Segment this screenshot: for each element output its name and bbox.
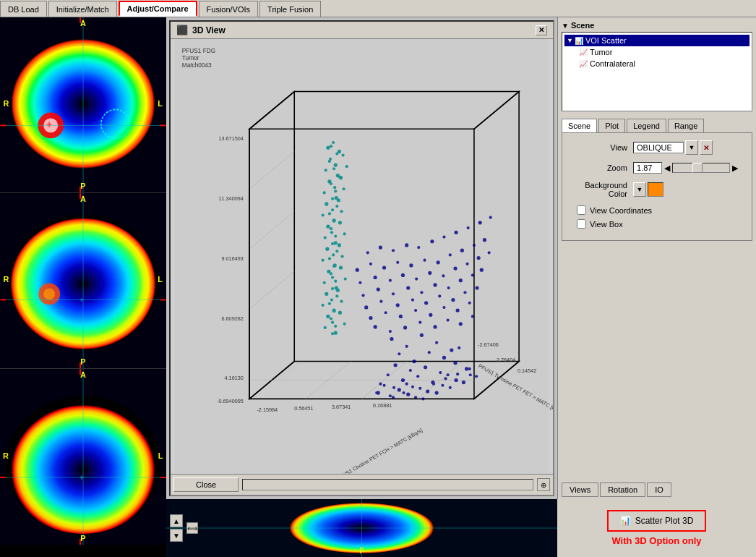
svg-point-191 xyxy=(449,386,452,389)
svg-point-230 xyxy=(374,276,377,279)
bottom-scan-strip[interactable]: F ▲ ▼ ⟺ xyxy=(166,499,557,557)
svg-point-217 xyxy=(463,291,466,294)
svg-point-144 xyxy=(334,234,337,237)
ctrl-tab-scene[interactable]: Scene xyxy=(562,119,597,132)
svg-rect-30 xyxy=(160,299,166,300)
svg-point-82 xyxy=(332,141,335,144)
svg-point-125 xyxy=(340,300,343,303)
svg-point-243 xyxy=(396,261,399,264)
rotation-tab[interactable]: Rotation xyxy=(600,482,645,497)
svg-point-215 xyxy=(438,294,441,297)
svg-point-207 xyxy=(442,306,445,309)
svg-point-249 xyxy=(473,244,476,247)
zoom-slider-thumb[interactable] xyxy=(692,163,703,173)
svg-point-250 xyxy=(483,238,486,242)
nav-up-arrow[interactable]: ▲ xyxy=(170,514,183,527)
ctrl-tab-range[interactable]: Range xyxy=(668,119,704,132)
view-dropdown-btn[interactable]: ▼ xyxy=(685,140,698,155)
bottom-tab-bar: Views Rotation IO xyxy=(558,480,756,499)
svg-point-259 xyxy=(467,226,470,229)
tab-adjust-compare[interactable]: Adjust/Compare xyxy=(119,1,197,17)
close-button[interactable]: Close xyxy=(173,477,239,492)
svg-point-149 xyxy=(330,272,332,275)
views-tab[interactable]: Views xyxy=(562,482,598,497)
brain-scan-middle[interactable]: A P R L + xyxy=(0,193,166,369)
nav-down-arrow[interactable]: ▼ xyxy=(170,529,183,542)
svg-point-98 xyxy=(337,198,340,202)
svg-point-256 xyxy=(430,239,434,243)
svg-point-239 xyxy=(488,251,491,254)
svg-point-216 xyxy=(451,298,455,302)
svg-text:L: L xyxy=(158,99,163,108)
svg-point-212 xyxy=(396,303,400,307)
view-3d-close-button[interactable]: ✕ xyxy=(536,25,547,35)
view-box-checkbox[interactable] xyxy=(577,219,586,229)
zoom-value-box[interactable]: 1.87 xyxy=(633,162,662,174)
bg-color-swatch[interactable] xyxy=(648,182,663,197)
svg-point-89 xyxy=(345,165,348,168)
svg-rect-31 xyxy=(80,193,81,199)
zoom-right-arrow[interactable]: ▶ xyxy=(732,163,738,173)
tab-triple-fusion[interactable]: Triple Fusion xyxy=(259,1,321,17)
svg-point-241 xyxy=(369,263,372,265)
svg-point-117 xyxy=(323,281,326,284)
svg-point-203 xyxy=(385,311,387,314)
svg-point-172 xyxy=(453,361,457,365)
scatter-plot-area[interactable]: PFUS1 FDG Tumor Match0043 xyxy=(171,39,553,474)
tree-label-voi: VOI Scatter xyxy=(585,36,627,45)
bg-color-dropdown-btn[interactable]: ▼ xyxy=(633,182,646,197)
svg-point-221 xyxy=(392,292,395,295)
brain-scan-top[interactable]: A P R L + xyxy=(0,17,166,193)
svg-point-154 xyxy=(332,310,335,312)
svg-point-148 xyxy=(332,265,335,268)
horiz-scroll[interactable]: ⟺ xyxy=(186,522,198,534)
svg-point-130 xyxy=(334,331,338,335)
svg-point-160 xyxy=(420,333,424,337)
svg-point-103 xyxy=(330,231,333,234)
scroll-bar[interactable] xyxy=(242,479,533,490)
svg-point-179 xyxy=(383,384,386,387)
view-close-btn[interactable]: ✕ xyxy=(700,140,713,155)
svg-point-173 xyxy=(387,373,390,376)
svg-point-165 xyxy=(428,351,431,354)
svg-point-202 xyxy=(369,316,372,320)
view-coords-row: View Coordinates xyxy=(577,205,744,215)
tree-item-voi-scatter[interactable]: ▼ 📊 VOI Scatter xyxy=(564,35,749,46)
view-value: OBLIQUE xyxy=(637,143,672,152)
zoom-left-arrow[interactable]: ◀ xyxy=(664,163,670,173)
svg-point-270 xyxy=(375,391,378,394)
svg-point-177 xyxy=(447,373,450,376)
svg-point-121 xyxy=(330,299,333,302)
io-tab[interactable]: IO xyxy=(647,482,671,497)
tab-fusion-vois[interactable]: Fusion/VOIs xyxy=(199,1,259,17)
svg-point-228 xyxy=(480,268,484,272)
scatter-plot-3d-button[interactable]: 📊 Scatter Plot 3D xyxy=(607,510,707,532)
scroll-icon[interactable]: ⊕ xyxy=(537,478,550,491)
brain-scan-bottom[interactable]: A P R L + xyxy=(0,369,166,545)
ctrl-tab-legend[interactable]: Legend xyxy=(627,119,666,132)
svg-rect-45 xyxy=(80,539,81,545)
svg-point-107 xyxy=(343,232,346,235)
tab-db-load[interactable]: DB Load xyxy=(0,1,47,17)
svg-point-185 xyxy=(469,373,472,376)
tab-initialize-match[interactable]: Initialize/Match xyxy=(48,1,117,17)
svg-point-108 xyxy=(325,247,329,251)
svg-point-252 xyxy=(379,245,382,249)
svg-point-219 xyxy=(362,294,365,297)
svg-point-170 xyxy=(424,365,427,369)
tree-item-contralateral[interactable]: 📈 Contralateral xyxy=(564,58,749,69)
svg-text:9.016493: 9.016493 xyxy=(222,255,244,262)
scene-tree: ▼ 📊 VOI Scatter 📈 Tumor 📈 Contralat xyxy=(562,32,752,111)
ctrl-tab-plot[interactable]: Plot xyxy=(598,119,625,132)
svg-point-238 xyxy=(477,256,481,260)
zoom-slider-track[interactable] xyxy=(672,163,730,173)
svg-point-95 xyxy=(343,187,345,190)
tree-item-tumor[interactable]: 📈 Tumor xyxy=(564,46,749,58)
svg-point-147 xyxy=(328,258,331,260)
view-coords-checkbox[interactable] xyxy=(577,205,586,215)
svg-point-184 xyxy=(454,378,458,382)
svg-point-242 xyxy=(382,265,386,269)
svg-point-87 xyxy=(325,169,327,171)
svg-point-127 xyxy=(331,321,334,324)
svg-point-119 xyxy=(344,278,347,281)
